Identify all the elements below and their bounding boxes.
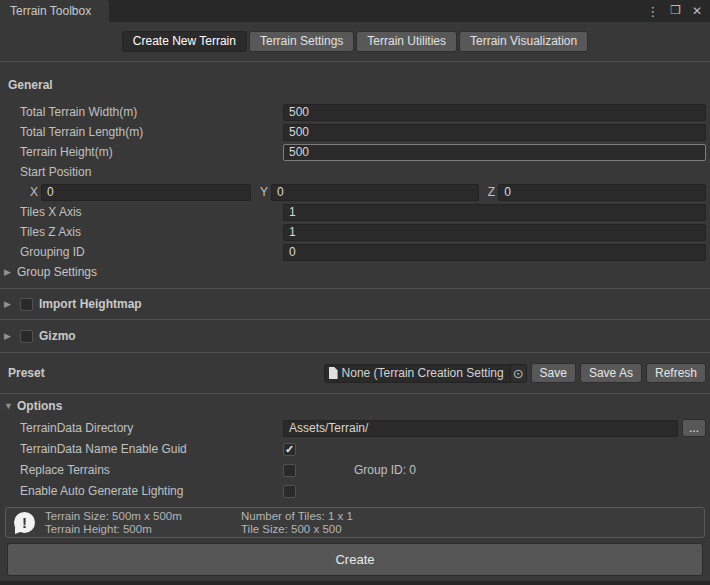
preset-object-field[interactable]: None (Terrain Creation Setting ⊙ <box>324 364 527 383</box>
tab-terrain-utilities[interactable]: Terrain Utilities <box>356 31 457 52</box>
terraindata-directory-label: TerrainData Directory <box>20 421 283 435</box>
save-as-button[interactable]: Save As <box>580 363 642 383</box>
axis-x-label: X <box>30 185 38 199</box>
chevron-right-icon: ▶ <box>4 267 17 277</box>
chevron-right-icon[interactable]: ▶ <box>4 299 17 309</box>
tiles-x-axis-input[interactable] <box>283 204 706 221</box>
mode-toolbar: Create New Terrain Terrain Settings Terr… <box>0 22 710 61</box>
gizmo-label: Gizmo <box>39 329 76 343</box>
total-terrain-width-input[interactable] <box>283 104 706 121</box>
browse-button[interactable]: ... <box>682 419 706 437</box>
close-icon[interactable]: ✕ <box>692 5 702 17</box>
auto-generate-lighting-row: Enable Auto Generate Lighting <box>0 481 710 501</box>
import-heightmap-checkbox[interactable] <box>20 298 33 311</box>
start-position-y-input[interactable] <box>271 184 479 201</box>
asset-file-icon <box>329 367 338 379</box>
tiles-z-axis-input[interactable] <box>283 224 706 241</box>
start-position-row: Start Position <box>0 162 710 182</box>
auto-generate-lighting-label: Enable Auto Generate Lighting <box>20 484 283 498</box>
axis-z-label: Z <box>488 185 495 199</box>
window-controls: ⋮ ❒ ✕ <box>646 0 702 22</box>
grouping-id-row: Grouping ID <box>0 242 710 262</box>
terrain-height-input[interactable] <box>283 144 706 161</box>
terrain-height-text: Terrain Height: 500m <box>45 523 241 536</box>
start-position-z-input[interactable] <box>498 184 706 201</box>
tile-size-text: Tile Size: 500 x 500 <box>241 523 353 536</box>
chevron-down-icon: ▼ <box>4 401 17 411</box>
auto-generate-lighting-checkbox[interactable] <box>283 485 296 498</box>
gizmo-checkbox[interactable] <box>20 330 33 343</box>
terrain-size-text: Terrain Size: 500m x 500m <box>45 510 241 523</box>
start-position-axes-row: X Y Z <box>0 182 710 202</box>
tiles-z-axis-row: Tiles Z Axis <box>0 222 710 242</box>
tiles-z-axis-label: Tiles Z Axis <box>20 225 283 239</box>
window-title: Terrain Toolbox <box>10 4 91 18</box>
tab-create-new-terrain[interactable]: Create New Terrain <box>122 31 247 52</box>
tab-terrain-visualization[interactable]: Terrain Visualization <box>459 31 588 52</box>
terrain-height-label: Terrain Height(m) <box>20 145 283 159</box>
number-of-tiles-text: Number of Tiles: 1 x 1 <box>241 510 353 523</box>
axis-y-label: Y <box>260 185 268 199</box>
group-settings-foldout[interactable]: ▶ Group Settings <box>0 262 710 282</box>
total-terrain-width-row: Total Terrain Width(m) <box>0 102 710 122</box>
tiles-x-axis-row: Tiles X Axis <box>0 202 710 222</box>
total-terrain-width-label: Total Terrain Width(m) <box>20 105 283 119</box>
terraindata-name-guid-row: TerrainData Name Enable Guid ✓ <box>0 439 710 459</box>
total-terrain-length-label: Total Terrain Length(m) <box>20 125 283 139</box>
refresh-button[interactable]: Refresh <box>646 363 706 383</box>
terrain-info-col1: Terrain Size: 500m x 500m Terrain Height… <box>45 510 241 536</box>
replace-terrains-checkbox[interactable] <box>283 464 296 477</box>
gizmo-section[interactable]: ▶ Gizmo <box>0 320 710 352</box>
start-position-label: Start Position <box>20 165 283 179</box>
maximize-icon[interactable]: ❒ <box>670 4 681 16</box>
grouping-id-label: Grouping ID <box>20 245 283 259</box>
chevron-right-icon[interactable]: ▶ <box>4 331 17 341</box>
grouping-id-input[interactable] <box>283 244 706 261</box>
preset-label: Preset <box>8 366 324 380</box>
general-section-header: General <box>0 62 710 102</box>
total-terrain-length-row: Total Terrain Length(m) <box>0 122 710 142</box>
create-button[interactable]: Create <box>7 543 703 576</box>
terraindata-directory-input[interactable] <box>283 420 678 437</box>
terrain-info-col2: Number of Tiles: 1 x 1 Tile Size: 500 x … <box>241 510 353 536</box>
tiles-x-axis-label: Tiles X Axis <box>20 205 283 219</box>
title-bar: Terrain Toolbox ⋮ ❒ ✕ <box>0 0 710 22</box>
terraindata-name-guid-checkbox[interactable]: ✓ <box>283 443 296 456</box>
window-menu-icon[interactable]: ⋮ <box>646 5 659 18</box>
save-button[interactable]: Save <box>531 363 576 383</box>
preset-row: Preset None (Terrain Creation Setting ⊙ … <box>0 353 710 393</box>
window-tab[interactable]: Terrain Toolbox <box>0 0 109 22</box>
group-settings-label: Group Settings <box>17 265 97 279</box>
options-label: Options <box>17 399 62 413</box>
total-terrain-length-input[interactable] <box>283 124 706 141</box>
terraindata-name-guid-label: TerrainData Name Enable Guid <box>20 442 283 456</box>
import-heightmap-section[interactable]: ▶ Import Heightmap <box>0 289 710 319</box>
import-heightmap-label: Import Heightmap <box>39 297 142 311</box>
replace-terrains-label: Replace Terrains <box>20 463 283 477</box>
object-picker-icon[interactable]: ⊙ <box>510 365 526 382</box>
replace-terrains-row: Replace Terrains Group ID: 0 <box>0 460 710 480</box>
tab-terrain-settings[interactable]: Terrain Settings <box>249 31 354 52</box>
terrain-height-row: Terrain Height(m) <box>0 142 710 162</box>
options-foldout[interactable]: ▼ Options <box>0 394 710 418</box>
group-id-value-label: Group ID: 0 <box>354 463 416 477</box>
terraindata-directory-row: TerrainData Directory ... <box>0 418 710 438</box>
start-position-x-input[interactable] <box>41 184 251 201</box>
info-icon: ! <box>14 512 35 533</box>
preset-object-value: None (Terrain Creation Setting <box>342 366 510 380</box>
bottom-strip <box>0 581 710 585</box>
terrain-info-box: ! Terrain Size: 500m x 500m Terrain Heig… <box>5 507 705 538</box>
